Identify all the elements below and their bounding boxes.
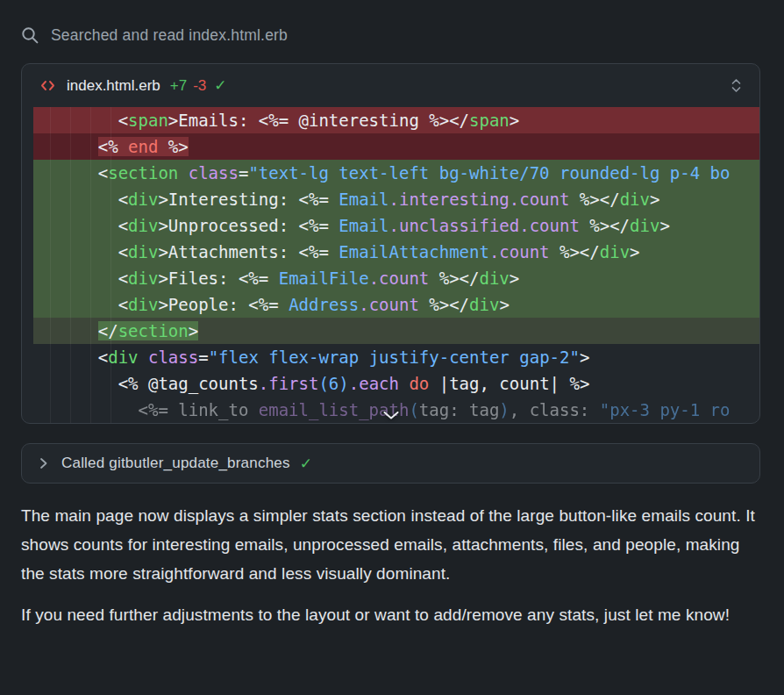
code-line: <span>Emails: <%= @interesting %></span> <box>33 107 759 133</box>
unfold-icon[interactable] <box>731 77 742 94</box>
code-line: <div>Interesting: <%= Email.interesting.… <box>33 186 759 212</box>
message-paragraph: The main page now displays a simpler sta… <box>21 501 760 588</box>
indent-guide <box>90 107 91 423</box>
tool-call-label: Called gitbutler_update_branches <box>61 455 290 472</box>
diff-success-check-icon: ✓ <box>214 76 226 95</box>
code-line: </section> <box>33 318 759 344</box>
tool-call-row[interactable]: Called gitbutler_update_branches ✓ <box>21 443 760 484</box>
code-line: <div>Attachments: <%= EmailAttachment.co… <box>33 239 759 265</box>
code-line: <div>People: <%= Address.count %></div> <box>33 291 759 318</box>
diff-card-header[interactable]: index.html.erb +7 -3 ✓ <box>22 64 759 107</box>
diff-deletions: -3 <box>193 77 206 95</box>
scroll-down-chevron-icon[interactable] <box>382 411 399 420</box>
assistant-message: The main page now displays a simpler sta… <box>21 501 760 629</box>
code-line: <div>Unprocessed: <%= Email.unclassified… <box>33 212 759 239</box>
indent-guide <box>110 107 111 423</box>
code-line: <div>Files: <%= EmailFile.count %></div> <box>33 265 759 291</box>
code-line: <% @tag_counts.first(6).each do |tag, co… <box>33 370 759 397</box>
search-icon <box>21 26 39 45</box>
code-line: <% end %> <box>33 133 759 160</box>
diff-filename: index.html.erb <box>67 77 160 95</box>
status-label: Searched and read index.html.erb <box>51 26 288 45</box>
code-file-icon <box>39 79 56 92</box>
message-paragraph: If you need further adjustments to the l… <box>21 600 760 629</box>
code-line: <section class="text-lg text-left bg-whi… <box>33 160 759 186</box>
diff-card: index.html.erb +7 -3 ✓ <span>Emails: <%=… <box>21 63 760 424</box>
tool-success-check-icon: ✓ <box>300 455 312 473</box>
indent-guide <box>50 107 51 423</box>
diff-code-lines: <span>Emails: <%= @interesting %></span>… <box>22 107 759 423</box>
code-line: <div class="flex flex-wrap justify-cente… <box>33 344 759 370</box>
status-header[interactable]: Searched and read index.html.erb <box>21 26 763 45</box>
chevron-right-icon <box>39 456 48 470</box>
diff-code-block: <span>Emails: <%= @interesting %></span>… <box>22 107 759 423</box>
diff-additions: +7 <box>170 77 187 95</box>
indent-guide <box>70 107 71 423</box>
